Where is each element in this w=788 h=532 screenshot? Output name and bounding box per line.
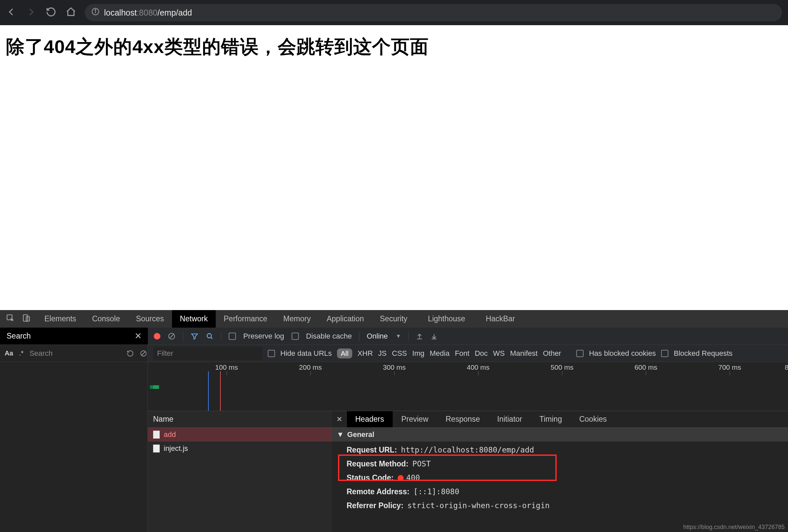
- general-section-header[interactable]: ▼ General: [332, 428, 788, 442]
- type-js[interactable]: JS: [378, 349, 387, 358]
- blocked-req-checkbox[interactable]: [661, 350, 668, 357]
- type-xhr[interactable]: XHR: [357, 349, 373, 358]
- search-panel-header: Search ✕: [0, 328, 148, 345]
- tab-lighthouse[interactable]: Lighthouse: [415, 310, 478, 328]
- devtools-left-icons: [0, 310, 37, 328]
- blocked-cookies-checkbox[interactable]: [576, 350, 584, 357]
- tab-memory[interactable]: Memory: [275, 310, 319, 328]
- tab-elements[interactable]: Elements: [37, 310, 84, 328]
- clear-icon[interactable]: [168, 332, 176, 340]
- network-right-pane: 100 ms 200 ms 300 ms 400 ms 500 ms 600 m…: [148, 362, 788, 532]
- timeline-tick-label: 300 ms: [383, 363, 406, 371]
- type-font[interactable]: Font: [455, 349, 470, 358]
- filter-input[interactable]: [153, 347, 262, 361]
- kv-request-url: Request URL: http://localhost:8080/emp/a…: [347, 445, 788, 455]
- match-case-icon[interactable]: Aa: [5, 349, 13, 357]
- inspect-icon[interactable]: [6, 314, 15, 324]
- kv-remote-address: Remote Address: [::1]:8080: [347, 487, 788, 496]
- detail-tab-cookies[interactable]: Cookies: [571, 411, 615, 427]
- device-toggle-icon[interactable]: [22, 314, 31, 324]
- site-info-icon[interactable]: [92, 7, 99, 18]
- timeline-tick-label: 80: [785, 363, 788, 371]
- tab-console[interactable]: Console: [84, 310, 128, 328]
- kv-key: Remote Address:: [347, 487, 410, 496]
- kv-key: Request URL:: [347, 445, 397, 455]
- name-column-header[interactable]: Name: [148, 411, 332, 428]
- status-code-value: 400: [406, 473, 420, 482]
- tab-sources[interactable]: Sources: [128, 310, 172, 328]
- search-input[interactable]: [29, 349, 121, 358]
- refresh-search-icon[interactable]: [126, 350, 134, 357]
- forward-icon[interactable]: [26, 7, 37, 19]
- reload-icon[interactable]: [46, 7, 56, 19]
- record-icon[interactable]: [154, 333, 160, 340]
- request-name: inject.js: [164, 444, 188, 453]
- kv-value: [::1]:8080: [414, 487, 459, 496]
- request-row-injectjs[interactable]: inject.js: [148, 442, 332, 455]
- network-timeline[interactable]: 100 ms 200 ms 300 ms 400 ms 500 ms 600 m…: [148, 362, 788, 411]
- disable-cache-checkbox[interactable]: [292, 332, 299, 340]
- regex-icon[interactable]: .*: [19, 349, 23, 357]
- home-icon[interactable]: [66, 7, 76, 19]
- timeline-tick-label: 400 ms: [467, 363, 489, 371]
- divider: [359, 331, 359, 341]
- timeline-domcontent-line: [208, 371, 209, 411]
- general-kv-list: Request URL: http://localhost:8080/emp/a…: [332, 442, 788, 514]
- throttling-select[interactable]: Online ▼: [367, 332, 401, 341]
- type-img[interactable]: Img: [412, 349, 425, 358]
- svg-point-2: [95, 9, 96, 10]
- nav-icons: [6, 7, 76, 19]
- page-content: 除了404之外的4xx类型的错误，会跳转到这个页面: [0, 25, 788, 310]
- tab-application[interactable]: Application: [319, 310, 372, 328]
- search-icon[interactable]: [206, 332, 214, 340]
- type-manifest[interactable]: Manifest: [510, 349, 537, 358]
- svg-line-13: [141, 351, 145, 355]
- timeline-tick-label: 500 ms: [551, 363, 574, 371]
- address-bar[interactable]: localhost:8080/emp/add: [85, 4, 782, 21]
- back-icon[interactable]: [6, 7, 17, 19]
- hide-data-urls-label: Hide data URLs: [280, 349, 332, 358]
- devtools-row2: Search ✕ Preserve log Disable cache Onli…: [0, 328, 788, 345]
- general-label: General: [347, 430, 374, 439]
- request-row-add[interactable]: add: [148, 428, 332, 442]
- kv-value: 400: [398, 473, 420, 483]
- devtools-body: 100 ms 200 ms 300 ms 400 ms 500 ms 600 m…: [0, 362, 788, 532]
- kv-request-method: Request Method: POST: [347, 459, 788, 469]
- timeline-request-bar: [150, 385, 159, 389]
- detail-tab-preview[interactable]: Preview: [393, 411, 437, 427]
- detail-tab-headers[interactable]: Headers: [347, 411, 393, 427]
- type-media[interactable]: Media: [430, 349, 450, 358]
- close-icon[interactable]: ✕: [135, 331, 142, 341]
- type-all-pill[interactable]: All: [337, 348, 352, 359]
- upload-har-icon[interactable]: [416, 332, 423, 340]
- tab-network[interactable]: Network: [172, 310, 216, 328]
- hide-data-urls-checkbox[interactable]: [268, 350, 275, 357]
- tab-performance[interactable]: Performance: [216, 310, 275, 328]
- filter-icon[interactable]: [191, 332, 198, 340]
- url-host: localhost: [104, 8, 137, 17]
- status-dot-icon: [398, 475, 403, 481]
- kv-key: Referrer Policy:: [347, 500, 403, 510]
- type-other[interactable]: Other: [543, 349, 561, 358]
- document-icon: [153, 431, 160, 438]
- page-heading: 除了404之外的4xx类型的错误，会跳转到这个页面: [6, 35, 782, 60]
- filter-row: Hide data URLs All XHR JS CSS Img Media …: [148, 345, 788, 362]
- type-ws[interactable]: WS: [493, 349, 505, 358]
- browser-toolbar: localhost:8080/emp/add: [0, 0, 788, 25]
- watermark-text: https://blog.csdn.net/weixin_43726785: [683, 524, 785, 531]
- divider: [183, 331, 183, 341]
- tab-hackbar[interactable]: HackBar: [478, 310, 523, 328]
- detail-tab-response[interactable]: Response: [437, 411, 489, 427]
- svg-line-9: [211, 337, 212, 339]
- detail-tab-timing[interactable]: Timing: [531, 411, 571, 427]
- tab-security[interactable]: Security: [372, 310, 415, 328]
- type-doc[interactable]: Doc: [475, 349, 488, 358]
- kv-key: Request Method:: [347, 459, 409, 469]
- download-har-icon[interactable]: [431, 332, 438, 340]
- close-details-icon[interactable]: ✕: [332, 411, 347, 427]
- type-css[interactable]: CSS: [392, 349, 407, 358]
- detail-tab-initiator[interactable]: Initiator: [489, 411, 531, 427]
- url-path: /emp/add: [157, 8, 192, 17]
- clear-search-icon[interactable]: [140, 350, 147, 357]
- preserve-log-checkbox[interactable]: [229, 332, 236, 340]
